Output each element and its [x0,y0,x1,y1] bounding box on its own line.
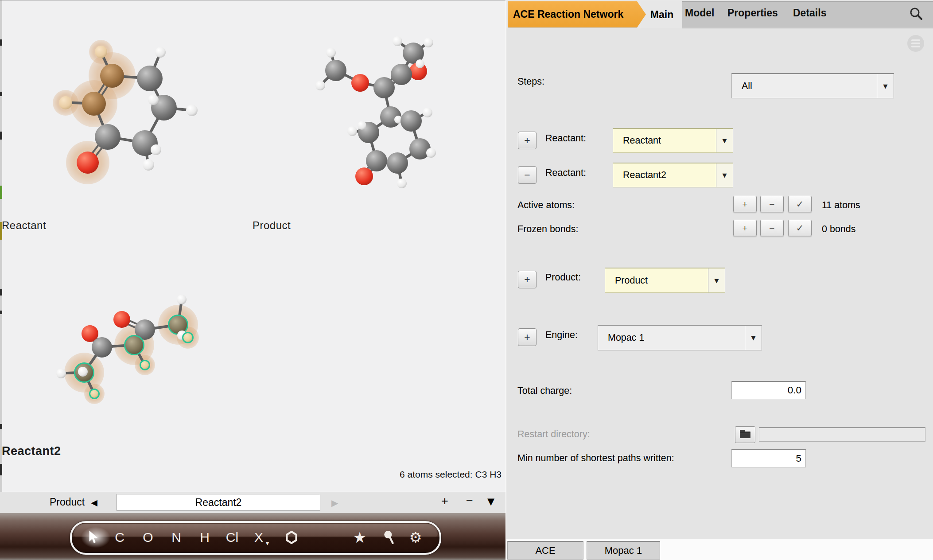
atom-h[interactable] [393,36,402,46]
product-label: Product: [545,272,581,283]
element-x-tool-button[interactable]: X [247,523,270,552]
tab-details[interactable]: Details [793,7,826,19]
viewer-canvas[interactable]: Reactant Product Reactant2 6 atoms selec… [0,0,505,492]
restart-directory-input[interactable] [759,427,925,442]
tab-ace[interactable]: ACE [507,541,583,560]
atom-h[interactable] [326,48,336,58]
atom-h[interactable] [397,179,407,188]
atom-c[interactable] [325,60,346,81]
atom-h[interactable] [177,295,187,304]
atom-h[interactable] [151,144,161,155]
atom-c[interactable] [387,152,408,174]
engine-dropdown[interactable]: Mopac 1 ▼ [598,325,762,350]
add-structure-button[interactable]: + [441,494,448,508]
atom-o[interactable] [351,74,369,92]
atom-h[interactable] [347,126,357,136]
remove-reactant-button[interactable]: − [518,166,536,184]
frozen-bonds-add-button[interactable]: + [733,220,757,236]
atom-o[interactable] [77,152,99,174]
label-reactant: Reactant [2,219,46,232]
plugin-tab[interactable]: ACE Reaction Network [508,1,646,27]
atom-sh[interactable] [182,332,194,343]
element-x-dropdown-icon[interactable]: ▾ [266,540,269,547]
atom-h[interactable] [426,148,436,158]
atom-h[interactable] [148,94,159,105]
chevron-down-icon: ▼ [745,326,762,350]
atom-sc[interactable] [124,335,144,355]
ring-tool-icon[interactable] [279,523,304,552]
atom-o[interactable] [113,311,130,328]
select-cursor-icon[interactable] [80,523,105,552]
nitrogen-tool-button[interactable]: N [165,523,188,552]
reactant2-dropdown[interactable]: Reactant2 ▼ [613,163,733,187]
active-atoms-label: Active atoms: [517,200,575,211]
atom-th[interactable] [95,46,107,58]
add-product-button[interactable]: + [518,271,536,288]
atom-c[interactable] [137,66,163,91]
atom-sh[interactable] [140,360,150,370]
chlorine-tool-button[interactable]: Cl [221,523,244,552]
current-structure-input[interactable] [117,494,320,511]
atom-c[interactable] [92,337,112,358]
panel-menu-icon[interactable] [907,35,924,52]
frozen-bonds-apply-button[interactable]: ✓ [788,220,812,236]
atom-c[interactable] [400,110,422,132]
carbon-tool-button[interactable]: C [108,523,131,552]
favorites-star-icon[interactable]: ★ [347,523,372,552]
browse-folder-button[interactable] [735,426,755,443]
atom-sh[interactable] [89,389,100,399]
editor-toolbar-pill: C O N H Cl X ▾ ★ ⚙ [70,521,441,555]
next-arrow-icon[interactable]: ▶ [331,498,338,508]
atom-h[interactable] [424,38,433,47]
reactant2-value: Reactant2 [613,170,716,181]
settings-gear-icon[interactable]: ⚙ [403,523,428,552]
atom-h[interactable] [186,105,198,116]
add-reactant-button[interactable]: + [518,132,536,149]
tab-main[interactable]: Main [641,1,682,28]
structure-menu-button[interactable]: ▼ [487,496,494,507]
molecule-layer[interactable] [0,0,505,492]
restart-directory-label: Restart directory: [517,429,590,440]
total-charge-input[interactable] [731,381,806,399]
atom-h[interactable] [56,369,66,378]
tab-properties[interactable]: Properties [727,7,778,19]
atom-bn[interactable] [82,92,106,116]
tab-model[interactable]: Model [685,7,714,19]
reactant1-dropdown[interactable]: Reactant ▼ [613,128,733,153]
active-atoms-remove-button[interactable]: − [760,196,784,212]
atom-c[interactable] [366,150,387,171]
probe-tool-icon[interactable] [377,523,401,552]
frozen-bonds-remove-button[interactable]: − [760,220,784,236]
hydrogen-tool-button[interactable]: H [193,523,216,552]
min-paths-input[interactable] [731,449,806,467]
atom-c[interactable] [391,64,412,85]
atom-c[interactable] [95,124,121,150]
atom-h[interactable] [358,121,366,130]
atom-h[interactable] [143,159,154,171]
remove-structure-button[interactable]: − [466,494,473,507]
atom-th[interactable] [59,96,72,109]
active-atoms-add-button[interactable]: + [733,196,757,212]
steps-label: Steps: [517,76,544,87]
atom-h[interactable] [155,47,166,58]
add-engine-button[interactable]: + [518,328,536,346]
oxygen-tool-button[interactable]: O [136,523,159,552]
product-dropdown[interactable]: Product ▼ [605,268,725,293]
chevron-down-icon: ▼ [716,163,733,187]
atom-h[interactable] [315,81,325,90]
active-atoms-apply-button[interactable]: ✓ [788,196,812,212]
atom-h[interactable] [78,367,88,377]
atom-o[interactable] [355,167,373,185]
prev-structure-label: Product [50,496,85,508]
atom-h[interactable] [423,108,432,117]
editor-toolbar: C O N H Cl X ▾ ★ ⚙ [0,513,505,560]
search-icon[interactable] [909,6,925,22]
atom-h[interactable] [416,59,424,68]
tab-mopac1[interactable]: Mopac 1 [587,541,660,560]
frozen-bonds-label: Frozen bonds: [517,224,578,235]
atom-c[interactable] [373,77,395,98]
chevron-down-icon: ▼ [877,74,894,98]
steps-dropdown[interactable]: All ▼ [731,73,894,98]
prev-structure-button[interactable]: Product◀ [50,496,97,508]
atom-bn[interactable] [100,64,124,88]
